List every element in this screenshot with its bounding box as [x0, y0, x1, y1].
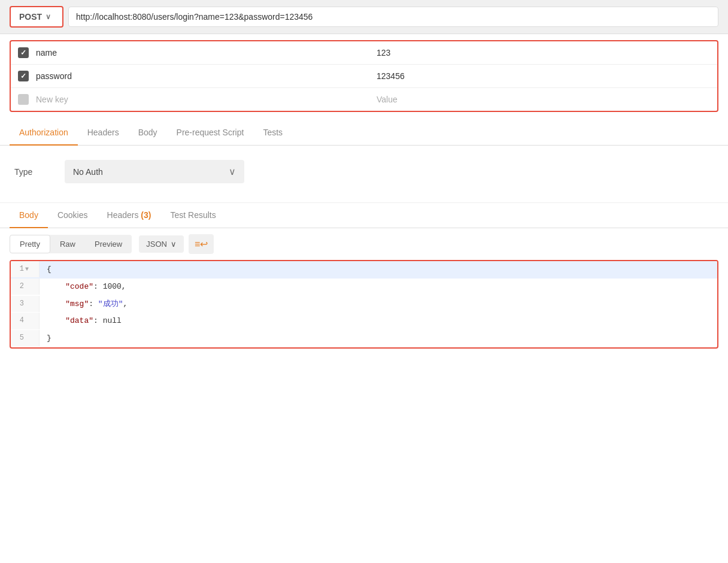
- format-preview[interactable]: Preview: [85, 235, 132, 253]
- response-toolbar: Pretty Raw Preview JSON ∨ ≡↩: [0, 228, 728, 260]
- code-line-3: 3 "msg": "成功",: [11, 296, 717, 313]
- line-content-1: {: [40, 261, 59, 279]
- param-row-name: ✓ name 123: [11, 41, 717, 65]
- param-value-password: 123456: [377, 71, 710, 81]
- app-container: POST ∨ ✓ name 123 ✓ password 123456 N: [0, 0, 728, 563]
- response-tab-headers[interactable]: Headers (3): [98, 203, 161, 228]
- param-value-new: Value: [377, 95, 710, 104]
- code-line-5: 5 }: [11, 330, 717, 347]
- tab-tests[interactable]: Tests: [253, 120, 292, 146]
- tab-headers[interactable]: Headers: [78, 120, 129, 146]
- auth-section: Type No Auth ∨: [0, 146, 728, 198]
- line-num-3: 3: [16, 298, 24, 310]
- url-input[interactable]: [68, 7, 718, 27]
- line-gutter-1: 1 ▼: [11, 261, 40, 277]
- tab-pre-request-script[interactable]: Pre-request Script: [167, 120, 254, 146]
- request-tabs-row: Authorization Headers Body Pre-request S…: [0, 120, 728, 146]
- auth-type-select[interactable]: No Auth ∨: [65, 160, 244, 183]
- code-line-1: 1 ▼ {: [11, 261, 717, 279]
- json-label: JSON: [146, 240, 167, 249]
- wrap-icon: ≡↩: [195, 238, 208, 250]
- tab-authorization[interactable]: Authorization: [10, 120, 78, 146]
- type-row: Type No Auth ∨: [14, 160, 714, 183]
- param-key-name: name: [36, 48, 369, 57]
- response-tab-body[interactable]: Body: [10, 203, 48, 228]
- fold-arrow-1[interactable]: ▼: [25, 265, 29, 274]
- type-label: Type: [14, 167, 50, 177]
- param-row-password: ✓ password 123456: [11, 65, 717, 88]
- line-gutter-3: 3: [11, 296, 40, 312]
- auth-type-value: No Auth: [73, 167, 103, 177]
- code-body: 1 ▼ { 2 "code": 1000, 3 "msg": "成功",: [10, 260, 718, 349]
- code-line-4: 4 "data": null: [11, 313, 717, 330]
- response-section: Body Cookies Headers (3) Test Results Pr…: [0, 202, 728, 358]
- json-format-select[interactable]: JSON ∨: [139, 235, 184, 253]
- line-num-1: 1: [16, 264, 24, 275]
- line-num-4: 4: [16, 315, 24, 326]
- line-content-4: "data": null: [40, 313, 129, 330]
- auth-type-chevron-icon: ∨: [229, 166, 236, 177]
- format-tabs: Pretty Raw Preview: [10, 235, 132, 253]
- tab-body[interactable]: Body: [129, 120, 167, 146]
- line-content-2: "code": 1000,: [40, 279, 134, 296]
- line-content-3: "msg": "成功",: [40, 296, 135, 313]
- response-tab-cookies[interactable]: Cookies: [48, 203, 98, 228]
- method-label: POST: [19, 12, 42, 22]
- format-raw[interactable]: Raw: [50, 235, 85, 253]
- headers-badge: (3): [141, 210, 151, 220]
- param-checkbox-new[interactable]: [18, 94, 29, 105]
- line-content-5: }: [40, 330, 59, 347]
- response-tabs-row: Body Cookies Headers (3) Test Results: [0, 203, 728, 228]
- param-row-new: New key Value: [11, 88, 717, 111]
- checkmark-icon-2: ✓: [20, 72, 26, 80]
- param-checkbox-password[interactable]: ✓: [18, 71, 29, 81]
- method-button[interactable]: POST ∨: [10, 6, 63, 28]
- line-num-2: 2: [16, 281, 24, 292]
- param-checkbox-name[interactable]: ✓: [18, 47, 29, 58]
- line-gutter-2: 2: [11, 279, 40, 295]
- format-pretty[interactable]: Pretty: [10, 235, 50, 253]
- response-tab-test-results[interactable]: Test Results: [160, 203, 225, 228]
- param-value-name: 123: [377, 48, 710, 57]
- params-section: ✓ name 123 ✓ password 123456 New key Val…: [10, 40, 718, 112]
- line-gutter-4: 4: [11, 313, 40, 329]
- url-bar: POST ∨: [0, 0, 728, 34]
- wrap-button[interactable]: ≡↩: [189, 234, 214, 254]
- json-chevron-icon: ∨: [171, 240, 177, 249]
- param-key-new: New key: [36, 95, 369, 104]
- method-chevron-icon: ∨: [46, 13, 51, 21]
- checkmark-icon: ✓: [20, 49, 26, 57]
- line-num-5: 5: [16, 332, 24, 344]
- param-key-password: password: [36, 71, 369, 81]
- code-line-2: 2 "code": 1000,: [11, 279, 717, 296]
- line-gutter-5: 5: [11, 330, 40, 346]
